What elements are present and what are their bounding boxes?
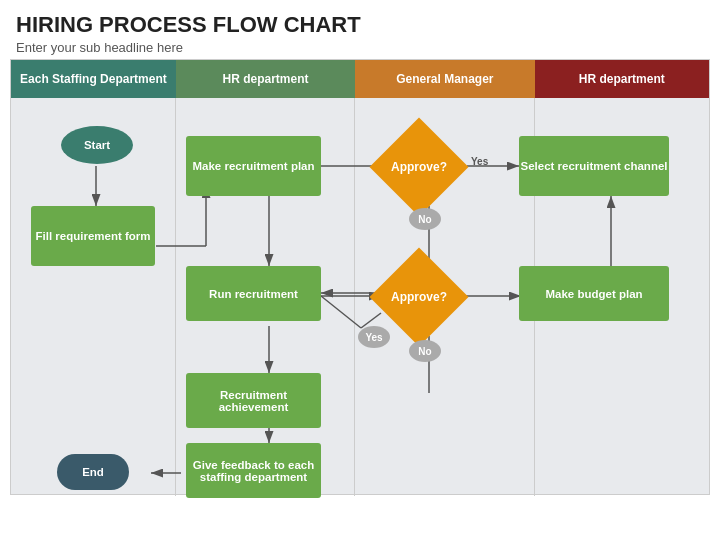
- col-header-hr1: HR department: [176, 60, 355, 98]
- flow-area: Start Fill requirement form Make recruit…: [11, 98, 709, 496]
- column-headers: Each Staffing Department HR department G…: [11, 60, 709, 98]
- no-label-2: No: [409, 340, 441, 362]
- page-header: HIRING PROCESS FLOW CHART Enter your sub…: [0, 0, 720, 59]
- make-budget-node: Make budget plan: [519, 266, 669, 321]
- yes-label-2: Yes: [358, 326, 390, 348]
- end-node: End: [57, 454, 129, 490]
- page-subtitle: Enter your sub headline here: [16, 40, 704, 55]
- fill-requirement-node: Fill requirement form: [31, 206, 155, 266]
- yes-label-1: Yes: [471, 156, 488, 167]
- col-header-staffing: Each Staffing Department: [11, 60, 176, 98]
- run-recruitment-node: Run recruitment: [186, 266, 321, 321]
- make-recruitment-node: Make recruitment plan: [186, 136, 321, 196]
- approve2-node: Approve?: [371, 256, 467, 338]
- recruitment-achievement-node: Recruitment achievement: [186, 373, 321, 428]
- diagram-container: Each Staffing Department HR department G…: [10, 59, 710, 495]
- page-title: HIRING PROCESS FLOW CHART: [16, 12, 704, 38]
- col-header-hr2: HR department: [535, 60, 710, 98]
- col-header-gm: General Manager: [355, 60, 534, 98]
- select-channel-node: Select recruitment channel: [519, 136, 669, 196]
- approve1-node: Approve?: [371, 126, 467, 208]
- give-feedback-node: Give feedback to each staffing departmen…: [186, 443, 321, 498]
- start-node: Start: [61, 126, 133, 164]
- no-label-1: No: [409, 208, 441, 230]
